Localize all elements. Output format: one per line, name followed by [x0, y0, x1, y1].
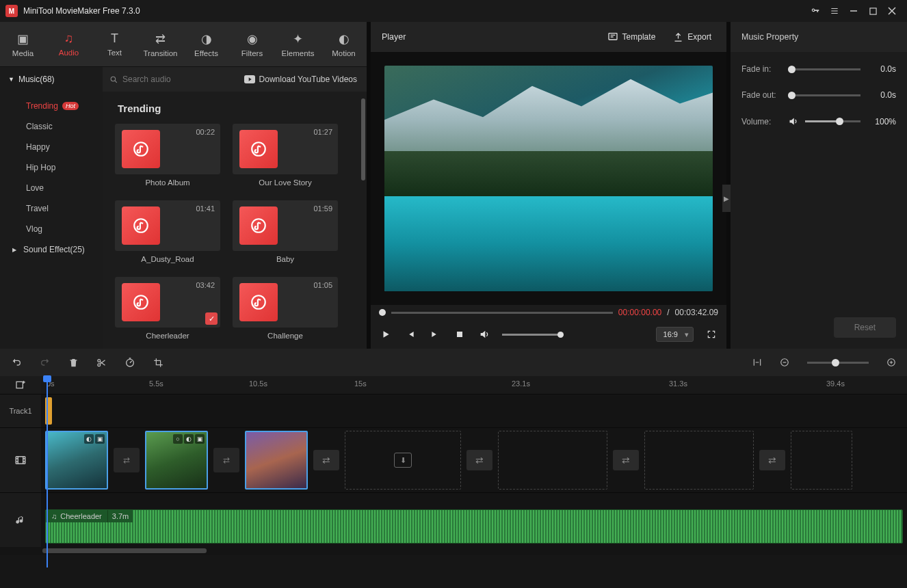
- crop-button[interactable]: [153, 358, 163, 368]
- category-item-trending[interactable]: TrendingHot: [0, 96, 103, 116]
- property-title: Music Property: [731, 22, 907, 52]
- scrollbar[interactable]: [361, 98, 365, 181]
- next-frame-button[interactable]: [428, 328, 442, 341]
- audio-card[interactable]: 00:22Photo Album: [115, 124, 220, 191]
- transition-slot[interactable]: ⇄: [466, 450, 492, 470]
- empty-clip-slot[interactable]: [498, 431, 607, 490]
- tab-filters[interactable]: ◉Filters: [229, 22, 275, 66]
- category-item-happy[interactable]: Happy: [0, 137, 103, 157]
- search-input[interactable]: [122, 75, 205, 84]
- audio-card-name: Our Love Story: [233, 174, 338, 191]
- preview-viewport: [371, 52, 726, 305]
- chevron-right-icon: ▶: [12, 247, 16, 253]
- elements-icon: ✦: [293, 31, 303, 46]
- ruler-tick: 15s: [354, 379, 367, 388]
- menu-icon[interactable]: [825, 1, 844, 21]
- audio-card[interactable]: 03:42✓Cheerleader: [115, 277, 220, 344]
- stop-button[interactable]: [453, 328, 466, 341]
- ruler-tick: 23.1s: [512, 379, 530, 388]
- timeline-toolbar: [0, 349, 907, 376]
- video-track[interactable]: ◐▣ ⇄ ○◐▣ ⇄ ⇄ ⬇ ⇄ ⇄ ⇄: [41, 428, 907, 492]
- volume-icon[interactable]: [477, 328, 491, 341]
- category-item-hiphop[interactable]: Hip Hop: [0, 157, 103, 178]
- fit-button[interactable]: [752, 358, 762, 367]
- aspect-ratio-select[interactable]: 16:9: [656, 327, 694, 342]
- audio-card[interactable]: 01:59Baby: [233, 200, 338, 267]
- tab-media[interactable]: ▣Media: [0, 22, 46, 66]
- zoom-in-button[interactable]: [886, 358, 896, 367]
- folder-icon: ▣: [17, 31, 29, 46]
- zoom-slider[interactable]: [807, 362, 869, 364]
- audio-thumb-icon: [122, 206, 160, 245]
- undo-button[interactable]: [11, 357, 22, 368]
- transition-slot[interactable]: ⇄: [759, 450, 785, 470]
- tab-audio[interactable]: ♫Audio: [46, 22, 92, 66]
- category-header[interactable]: ▼ Music(68): [0, 67, 103, 92]
- key-icon[interactable]: [806, 1, 825, 21]
- audio-card[interactable]: 01:27Our Love Story: [233, 124, 338, 191]
- timeline-ruler[interactable]: 0s5.5s10.5s15s23.1s31.3s39.4s: [41, 376, 907, 394]
- current-timecode: 00:00:00.00: [618, 308, 661, 317]
- text-icon: T: [111, 31, 118, 46]
- audio-card[interactable]: 01:05Challenge: [233, 277, 338, 344]
- empty-clip-slot[interactable]: [791, 431, 852, 490]
- player-scrubber[interactable]: 00:00:00.00 / 00:03:42.09: [371, 305, 726, 320]
- maximize-button[interactable]: [863, 1, 882, 21]
- audio-duration: 01:27: [313, 128, 332, 136]
- export-button[interactable]: Export: [669, 29, 715, 45]
- category-item-classic[interactable]: Classic: [0, 116, 103, 137]
- transition-slot[interactable]: ⇄: [313, 450, 339, 470]
- add-track-button[interactable]: [0, 376, 41, 394]
- volume-prop-slider[interactable]: [805, 120, 860, 122]
- split-button[interactable]: [96, 358, 107, 368]
- timeline-h-scrollbar[interactable]: [0, 547, 907, 555]
- template-button[interactable]: Template: [603, 29, 660, 45]
- play-button[interactable]: [379, 328, 393, 341]
- text-track[interactable]: [41, 395, 907, 427]
- transition-slot[interactable]: ⇄: [613, 450, 639, 470]
- audio-card[interactable]: 01:41A_Dusty_Road: [115, 200, 220, 267]
- tab-motion[interactable]: ◐Motion: [321, 22, 367, 66]
- category-item-vlog[interactable]: Vlog: [0, 219, 103, 239]
- category-item-love[interactable]: Love: [0, 178, 103, 198]
- video-clip[interactable]: ◐▣: [45, 431, 108, 490]
- tab-elements[interactable]: ✦Elements: [275, 22, 321, 66]
- tab-text[interactable]: TText: [92, 22, 137, 66]
- ruler-tick: 10.5s: [249, 379, 267, 388]
- speaker-icon[interactable]: [788, 116, 798, 126]
- playhead[interactable]: [47, 376, 48, 567]
- panel-collapse-handle[interactable]: ▶: [722, 185, 731, 212]
- empty-clip-slot[interactable]: [644, 431, 754, 490]
- speed-button[interactable]: [124, 357, 135, 368]
- category-item-soundeffect[interactable]: ▶Sound Effect(25): [0, 239, 103, 260]
- empty-clip-slot[interactable]: ⬇: [345, 431, 461, 490]
- transition-slot[interactable]: ⇄: [114, 448, 140, 472]
- clip-fx-icon: ◐: [184, 434, 194, 444]
- minimize-button[interactable]: [844, 1, 863, 21]
- svg-rect-0: [869, 8, 876, 14]
- total-timecode: 00:03:42.09: [675, 308, 718, 317]
- scrub-track[interactable]: [391, 312, 613, 314]
- audio-clip[interactable]: ♫Cheerleader 3.7m: [45, 509, 903, 544]
- tab-transition[interactable]: ⇄Transition: [137, 22, 183, 66]
- reset-button[interactable]: Reset: [834, 317, 896, 338]
- fade-out-slider[interactable]: [788, 94, 860, 96]
- download-youtube-link[interactable]: Download YouTube Videos: [235, 67, 367, 92]
- redo-button[interactable]: [40, 357, 51, 368]
- zoom-out-button[interactable]: [780, 358, 789, 367]
- volume-slider[interactable]: [502, 334, 564, 336]
- video-clip[interactable]: ○◐▣: [145, 431, 208, 490]
- video-clip[interactable]: [245, 431, 308, 490]
- fade-out-value: 0.0s: [867, 90, 896, 100]
- fade-in-slider[interactable]: [788, 68, 860, 70]
- fullscreen-button[interactable]: [705, 328, 718, 341]
- audio-track[interactable]: ♫Cheerleader 3.7m: [41, 493, 907, 547]
- tab-effects[interactable]: ◑Effects: [183, 22, 229, 66]
- close-button[interactable]: [882, 1, 902, 21]
- scrub-handle[interactable]: [379, 309, 386, 316]
- prev-frame-button[interactable]: [404, 328, 417, 341]
- audio-card-name: A_Dusty_Road: [115, 251, 220, 267]
- transition-slot[interactable]: ⇄: [213, 448, 239, 472]
- category-item-travel[interactable]: Travel: [0, 198, 103, 219]
- delete-button[interactable]: [68, 358, 79, 368]
